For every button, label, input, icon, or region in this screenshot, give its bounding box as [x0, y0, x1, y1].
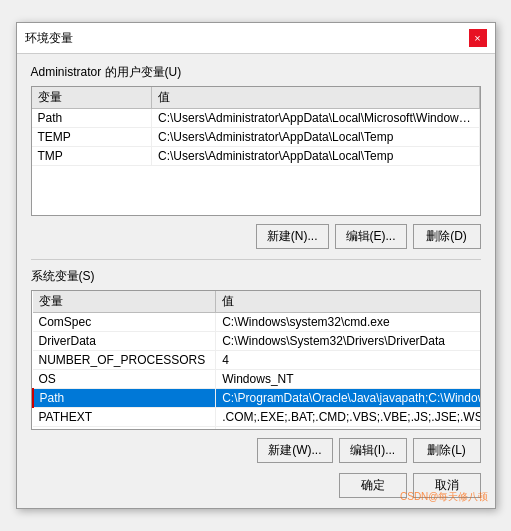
- var-cell: PATHEXT: [33, 408, 216, 427]
- val-cell: C:\Windows\system32\cmd.exe: [216, 313, 481, 332]
- sys-vars-table: 变量 值 ComSpecC:\Windows\system32\cmd.exeD…: [32, 291, 481, 430]
- env-vars-dialog: 环境变量 × Administrator 的用户变量(U) 变量 值 PathC…: [16, 22, 496, 509]
- table-row[interactable]: PathC:\Users\Administrator\AppData\Local…: [32, 109, 480, 128]
- user-col-val: 值: [152, 87, 480, 109]
- var-cell: DriverData: [33, 332, 216, 351]
- sys-section-label: 系统变量(S): [31, 268, 481, 285]
- var-cell: Path: [32, 109, 152, 128]
- user-del-button[interactable]: 删除(D): [413, 224, 481, 249]
- user-vars-table: 变量 值 PathC:\Users\Administrator\AppData\…: [32, 87, 480, 166]
- sys-col-var: 变量: [33, 291, 216, 313]
- var-cell: OS: [33, 370, 216, 389]
- var-cell: NUMBER_OF_PROCESSORS: [33, 351, 216, 370]
- bottom-btn-row: 确定 取消: [31, 473, 481, 498]
- var-cell: TMP: [32, 147, 152, 166]
- dialog-title: 环境变量: [25, 30, 73, 47]
- dialog-body: Administrator 的用户变量(U) 变量 值 PathC:\Users…: [17, 54, 495, 508]
- var-cell: PROCESSOR_ARCHITECTU...: [33, 427, 216, 431]
- val-cell: Windows_NT: [216, 370, 481, 389]
- table-row[interactable]: PATHEXT.COM;.EXE;.BAT;.CMD;.VBS;.VBE;.JS…: [33, 408, 481, 427]
- user-col-var: 变量: [32, 87, 152, 109]
- user-edit-button[interactable]: 编辑(E)...: [335, 224, 407, 249]
- table-row[interactable]: TMPC:\Users\Administrator\AppData\Local\…: [32, 147, 480, 166]
- table-row[interactable]: TEMPC:\Users\Administrator\AppData\Local…: [32, 128, 480, 147]
- table-row[interactable]: NUMBER_OF_PROCESSORS4: [33, 351, 481, 370]
- val-cell: AMD64: [216, 427, 481, 431]
- ok-button[interactable]: 确定: [339, 473, 407, 498]
- val-cell: 4: [216, 351, 481, 370]
- val-cell: C:\Users\Administrator\AppData\Local\Tem…: [152, 128, 480, 147]
- val-cell: C:\ProgramData\Oracle\Java\javapath;C:\W…: [216, 389, 481, 408]
- sys-col-val: 值: [216, 291, 481, 313]
- table-row[interactable]: ComSpecC:\Windows\system32\cmd.exe: [33, 313, 481, 332]
- var-cell: ComSpec: [33, 313, 216, 332]
- sys-vars-table-wrapper[interactable]: 变量 值 ComSpecC:\Windows\system32\cmd.exeD…: [31, 290, 481, 430]
- section-divider: [31, 259, 481, 260]
- user-new-button[interactable]: 新建(N)...: [256, 224, 329, 249]
- val-cell: C:\Users\Administrator\AppData\Local\Mic…: [152, 109, 480, 128]
- sys-del-button[interactable]: 删除(L): [413, 438, 481, 463]
- close-button[interactable]: ×: [469, 29, 487, 47]
- table-row[interactable]: PathC:\ProgramData\Oracle\Java\javapath;…: [33, 389, 481, 408]
- user-section-label: Administrator 的用户变量(U): [31, 64, 481, 81]
- var-cell: Path: [33, 389, 216, 408]
- sys-new-button[interactable]: 新建(W)...: [257, 438, 332, 463]
- sys-btn-row: 新建(W)... 编辑(I)... 删除(L): [31, 438, 481, 463]
- title-bar: 环境变量 ×: [17, 23, 495, 54]
- table-row[interactable]: PROCESSOR_ARCHITECTU...AMD64: [33, 427, 481, 431]
- var-cell: TEMP: [32, 128, 152, 147]
- table-row[interactable]: DriverDataC:\Windows\System32\Drivers\Dr…: [33, 332, 481, 351]
- table-row[interactable]: OSWindows_NT: [33, 370, 481, 389]
- val-cell: .COM;.EXE;.BAT;.CMD;.VBS;.VBE;.JS;.JSE;.…: [216, 408, 481, 427]
- val-cell: C:\Windows\System32\Drivers\DriverData: [216, 332, 481, 351]
- user-vars-table-wrapper: 变量 值 PathC:\Users\Administrator\AppData\…: [31, 86, 481, 216]
- val-cell: C:\Users\Administrator\AppData\Local\Tem…: [152, 147, 480, 166]
- sys-edit-button[interactable]: 编辑(I)...: [339, 438, 407, 463]
- user-btn-row: 新建(N)... 编辑(E)... 删除(D): [31, 224, 481, 249]
- cancel-button[interactable]: 取消: [413, 473, 481, 498]
